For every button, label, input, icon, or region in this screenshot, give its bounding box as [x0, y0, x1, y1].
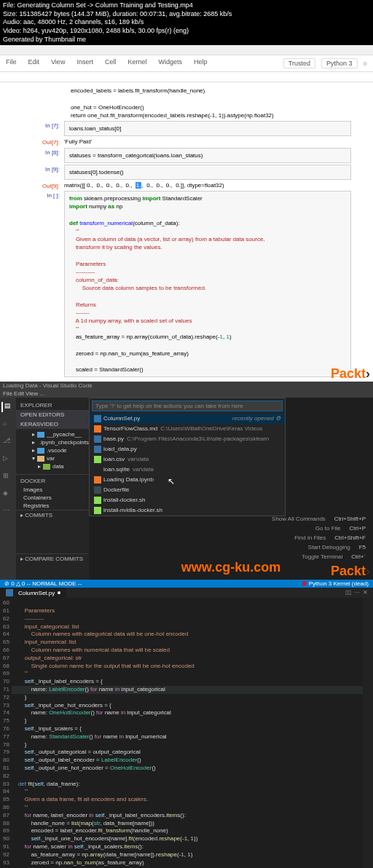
- status-right: Python 3 Kernel (dead): [302, 580, 369, 587]
- palette-item[interactable]: ColumnSet.pyrecently opened ⚙: [90, 414, 285, 424]
- kernel-status-icon: ○: [364, 60, 367, 67]
- project-section[interactable]: KERASVIDEO: [16, 419, 89, 429]
- palette-item[interactable]: install-nvidia-docker.sh: [90, 505, 285, 516]
- docker-registries[interactable]: Registries: [16, 502, 89, 510]
- folder-var[interactable]: ▾var: [17, 454, 87, 462]
- folder-icon: [37, 456, 44, 462]
- file-type-icon: [94, 456, 101, 463]
- activity-bar: ▤ ⌕ ⎇ ▷ ⊞ ◈ ⋯: [0, 398, 16, 580]
- file-type-icon: [94, 476, 101, 484]
- menu-help[interactable]: Help: [194, 58, 208, 68]
- line-gutter: 60 61 62 63 64 65 66 67 68 69 70 71 72 7…: [0, 598, 12, 868]
- sidebar: EXPLORER OPEN EDITORS KERASVIDEO ▸__pyca…: [16, 398, 89, 580]
- watermark: www.cg-ku.com: [181, 560, 280, 575]
- shortcut-row: Find in FilesCtrl+Shift+F: [272, 533, 366, 542]
- palette-item[interactable]: install-docker.sh: [90, 495, 285, 505]
- code-fragment: encoded_labels = labels.fit_transform(ha…: [64, 87, 351, 119]
- palette-item[interactable]: loan.sqlitevar\data: [90, 465, 285, 475]
- notebook-body: encoded_labels = labels.fit_transform(ha…: [0, 82, 373, 382]
- folder-pycache[interactable]: ▸__pycache__: [17, 430, 87, 438]
- open-editors-section[interactable]: OPEN EDITORS: [16, 410, 89, 419]
- status-left: ⊘ 0 △ 0 -- NORMAL MODE --: [4, 580, 82, 587]
- vscode-menubar: File Edit View ...: [0, 390, 373, 398]
- debug-icon[interactable]: ▷: [3, 454, 13, 465]
- palette-item[interactable]: Dockerfile: [90, 485, 285, 495]
- cursor-pointer-icon: ↖: [168, 476, 175, 486]
- packt-logo: Packt›: [331, 564, 370, 579]
- file-tree: ▸__pycache__ ▸.ipynb_checkpoints ▸.vscod…: [16, 429, 89, 472]
- packt-logo: Packt›: [331, 366, 370, 382]
- menu-insert[interactable]: Insert: [76, 58, 93, 68]
- file-type-icon: [94, 497, 101, 504]
- meta-line: Video: h264, yuv420p, 1920x1080, 2488 kb…: [3, 27, 370, 36]
- vscode-editor-window: ColumnSet.py ▯▯ ⋯ ✕ 60 61 62 63 64 65 66…: [0, 588, 373, 868]
- close-icon[interactable]: ✕: [363, 589, 370, 596]
- palette-item[interactable]: load_data.py: [90, 444, 285, 454]
- code-cell[interactable]: from sklearn.preprocessing import Standa…: [64, 191, 351, 377]
- more-icon[interactable]: ⋯: [354, 589, 361, 596]
- file-type-icon: [94, 466, 101, 473]
- code-area[interactable]: Parameters ---------- input_categorical:…: [12, 598, 363, 868]
- meta-line: Size: 151385427 bytes (144.37 MiB), dura…: [3, 10, 370, 19]
- kernel-badge[interactable]: Python 3: [321, 58, 358, 68]
- trusted-badge[interactable]: Trusted: [283, 58, 315, 68]
- palette-item[interactable]: Loading Data.ipynb: [90, 475, 285, 485]
- folder-checkpoints[interactable]: ▸.ipynb_checkpoints: [17, 438, 87, 446]
- shortcut-row: Start DebuggingF5: [272, 542, 366, 552]
- scm-icon[interactable]: ⎇: [3, 437, 13, 447]
- explorer-title: EXPLORER: [16, 401, 89, 410]
- file-type-icon: [94, 435, 101, 443]
- cell-output: matrix([[ 0., 0., 0., 0., 0., 1., 0., 0.…: [64, 181, 351, 189]
- tab-columnset[interactable]: ColumnSet.py: [0, 588, 67, 598]
- menu-edit[interactable]: Edit: [28, 58, 40, 68]
- editor-tabs: ColumnSet.py ▯▯ ⋯ ✕: [0, 588, 373, 598]
- palette-item[interactable]: TensorFlowClass.mdC:\Users\WBall\OneDriv…: [90, 424, 285, 434]
- shortcut-row: Toggle TerminalCtrl+`: [272, 552, 366, 561]
- vscode-titlebar: Loading Data - Visual Studio Code: [0, 382, 373, 390]
- code-cell[interactable]: loans.loan_status[0]: [64, 121, 351, 136]
- folder-icon: [37, 432, 44, 438]
- cell-output: 'Fully Paid': [64, 138, 351, 146]
- meta-line: File: Generating Column Set -> Column Tr…: [3, 1, 370, 10]
- browser-chrome: [0, 45, 373, 55]
- code-cell[interactable]: statuses = transform_categorical(loans.l…: [64, 148, 351, 163]
- editor-area: Type '?' to get help on the actions you …: [89, 398, 373, 580]
- menu-kernel[interactable]: Kernel: [127, 58, 146, 68]
- welcome-shortcuts: Show All CommandsCtrl+Shift+PGo to FileC…: [272, 514, 366, 561]
- palette-input[interactable]: Type '?' to get help on the actions you …: [92, 401, 283, 411]
- extensions-icon[interactable]: ⊞: [3, 472, 13, 482]
- code-editor[interactable]: 60 61 62 63 64 65 66 67 68 69 70 71 72 7…: [0, 598, 373, 868]
- docker-icon[interactable]: ◈: [3, 489, 13, 500]
- docker-images[interactable]: Images: [16, 486, 89, 494]
- folder-data[interactable]: ▸data: [17, 462, 87, 470]
- shortcut-row: Go to FileCtrl+P: [272, 524, 366, 533]
- search-icon[interactable]: ⌕: [3, 419, 13, 430]
- menu-view[interactable]: View: [51, 58, 65, 68]
- unsaved-indicator-icon: [58, 591, 60, 594]
- folder-icon: [43, 464, 50, 470]
- palette-item[interactable]: loan.csvvar\data: [90, 454, 285, 465]
- folder-vscode[interactable]: ▸.vscode: [17, 446, 87, 454]
- status-bar: ⊘ 0 △ 0 -- NORMAL MODE -- Python 3 Kerne…: [0, 580, 373, 588]
- more-icon[interactable]: ⋯: [3, 507, 13, 517]
- file-type-icon: [94, 507, 101, 514]
- video-metadata-block: File: Generating Column Set -> Column Tr…: [0, 0, 373, 45]
- commits-section[interactable]: ▸ COMMITS: [16, 510, 89, 524]
- file-type-icon: [94, 446, 101, 453]
- compare-commits-section[interactable]: ▸ COMPARE COMMITS: [16, 553, 89, 568]
- menu-widgets[interactable]: Widgets: [158, 58, 182, 68]
- palette-item[interactable]: base.pyC:\Program Files\Anaconda3\Lib\si…: [90, 434, 285, 444]
- explorer-icon[interactable]: ▤: [1, 402, 12, 412]
- in-prompt: In [ ]:: [22, 191, 64, 377]
- minimap[interactable]: [363, 598, 373, 868]
- in-prompt: In [8]:: [22, 148, 64, 163]
- jupyter-menu-bar: File Edit View Insert Cell Kernel Widget…: [0, 55, 373, 72]
- split-editor-icon[interactable]: ▯▯: [345, 589, 353, 596]
- menu-cell[interactable]: Cell: [105, 58, 117, 68]
- in-prompt: In [9]:: [22, 165, 64, 180]
- menu-file[interactable]: File: [6, 58, 17, 68]
- code-cell[interactable]: statuses[0].todense(): [64, 165, 351, 180]
- jupyter-notebook-1: File Edit View Insert Cell Kernel Widget…: [0, 45, 373, 382]
- docker-section[interactable]: DOCKER: [16, 476, 89, 486]
- docker-containers[interactable]: Containers: [16, 494, 89, 502]
